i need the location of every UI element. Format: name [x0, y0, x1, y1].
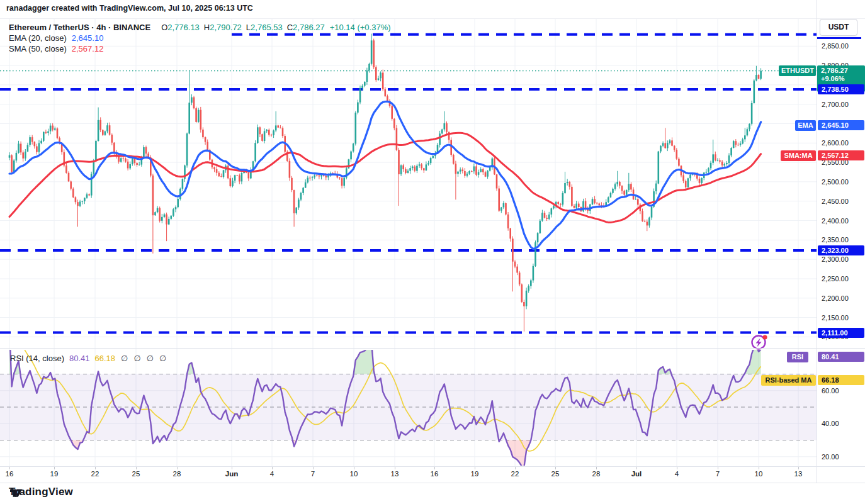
time-tick-label: 7 [716, 470, 720, 478]
symbol-title: Ethereum / TetherUS · 4h · BINANCE [9, 23, 150, 32]
watermark-attribution: ranadagger created with TradingView.com,… [6, 4, 253, 13]
time-tick-mark [759, 467, 759, 469]
ema-value-badge: 2,645.10 [818, 120, 864, 130]
high-value: 2,790.72 [210, 23, 242, 32]
price-tick-label: 2,450.00 [822, 198, 849, 205]
tradingview-logo-link[interactable]: TradingView [9, 486, 73, 498]
ema-legend-value: 2,645.10 [72, 33, 104, 43]
rsi-legend-row[interactable]: RSI (14, close)80.4166.18∅∅∅∅ [10, 354, 166, 363]
time-tick-label: 25 [132, 470, 140, 478]
ema-chip: EMA [795, 120, 816, 131]
time-tick-label: 28 [173, 470, 181, 478]
time-tick-mark [313, 467, 314, 469]
level-badge-2738: 2,738.50 [818, 84, 864, 94]
time-tick-label: Jul [631, 470, 642, 478]
footer-separator [0, 483, 865, 483]
rsi-legend-label: RSI (14, close) [10, 354, 64, 363]
time-tick-label: 16 [431, 470, 439, 478]
price-tick-label: 2,200.00 [822, 294, 849, 302]
low-label: L [246, 23, 251, 32]
price-tick-label: 2,850.00 [822, 42, 849, 50]
tradingview-chart-window: ranadagger created with TradingView.com,… [0, 0, 865, 504]
time-tick-mark [434, 467, 435, 469]
time-tick-label: 13 [391, 470, 399, 478]
time-tick-mark [354, 467, 354, 469]
header-separator [0, 18, 865, 19]
sma-legend-label: SMA (50, close) [9, 44, 67, 53]
time-tick-mark [95, 467, 96, 469]
sma-legend-value: 2,567.12 [72, 44, 104, 53]
rsi-empty-glyph: ∅ [133, 354, 140, 363]
time-tick-mark [272, 467, 273, 469]
sma-value-badge: 2,567.12 [818, 150, 864, 160]
time-tick-mark [136, 467, 137, 469]
rsi-value-badge: 80.41 [818, 352, 864, 362]
time-tick-label: Jun [225, 470, 238, 478]
time-tick-mark [395, 467, 395, 469]
time-tick-label: 7 [311, 470, 315, 478]
currency-toggle-button[interactable]: USDT [820, 19, 857, 36]
pane-separator[interactable] [0, 348, 865, 349]
price-tick-label: 2,250.00 [822, 275, 849, 283]
rsi-legend-value: 80.41 [69, 354, 90, 363]
time-tick-label: 4 [675, 470, 679, 478]
tradingview-logo-icon [9, 486, 23, 500]
rsi-ma-chip: RSI-based MA [761, 375, 816, 386]
price-tick-label: 2,500.00 [822, 178, 849, 186]
time-tick-mark [54, 467, 55, 469]
price-tick-label: 2,150.00 [822, 314, 849, 322]
symbol-legend-row[interactable]: Ethereum / TetherUS · 4h · BINANCEO2,776… [9, 23, 391, 32]
time-tick-mark [718, 467, 718, 469]
sma-legend-row[interactable]: SMA (50, close)2,567.12 [9, 44, 103, 53]
price-tick-label: 2,300.00 [822, 255, 849, 263]
rsi-empty-glyph: ∅ [159, 354, 166, 363]
sma-chip: SMA:MA [781, 150, 816, 161]
time-tick-label: 19 [471, 470, 479, 478]
level-badge-2323: 2,323.00 [818, 245, 864, 255]
rsi-ma-legend-value: 66.18 [95, 354, 116, 363]
time-tick-mark [555, 467, 556, 469]
chart-canvas[interactable] [0, 0, 865, 504]
time-tick-label: 28 [592, 470, 601, 478]
time-axis[interactable]: 1619222528Jun4710131619222528Jul471013 [0, 467, 865, 483]
time-tick-mark [596, 467, 597, 469]
price-tick-label: 2,350.00 [822, 236, 849, 244]
time-tick-label: 4 [270, 470, 274, 478]
time-tick-label: 25 [551, 470, 560, 478]
level-axis-marker [817, 37, 861, 39]
current-change-pct: +9.06% [821, 75, 865, 83]
rsi-ma-value-badge: 66.18 [818, 375, 864, 385]
rsi-tick-label: 60.00 [822, 387, 839, 395]
change-value: +10.14 (+0.37%) [330, 23, 391, 32]
high-label: H [204, 23, 210, 32]
rsi-tick-label: 40.00 [822, 420, 839, 427]
time-tick-mark [798, 467, 799, 469]
time-tick-mark [677, 467, 677, 469]
ema-legend-row[interactable]: EMA (20, close)2,645.10 [9, 33, 103, 43]
price-tick-label: 2,600.00 [822, 139, 849, 147]
rsi-empty-glyph: ∅ [147, 354, 154, 363]
ema-legend-label: EMA (20, close) [9, 33, 67, 43]
open-value: 2,776.13 [167, 23, 200, 32]
time-tick-label: 16 [6, 470, 14, 478]
rsi-chip: RSI [787, 352, 808, 362]
time-tick-mark [9, 467, 10, 469]
time-tick-label: 19 [50, 470, 59, 478]
close-value: 2,786.27 [293, 23, 325, 32]
time-tick-label: 22 [91, 470, 99, 478]
time-tick-mark [177, 467, 178, 469]
time-tick-label: 22 [511, 470, 519, 478]
price-tick-label: 2,400.00 [822, 217, 849, 225]
rsi-tick-label: 20.00 [822, 453, 839, 461]
low-value: 2,765.53 [251, 23, 283, 32]
time-tick-mark [636, 467, 637, 469]
time-tick-label: 13 [794, 470, 803, 478]
current-price: 2,786.27 [821, 67, 865, 75]
open-label: O [161, 23, 167, 32]
time-tick-mark [232, 467, 232, 469]
symbol-chip: ETHUSDT [779, 65, 816, 76]
price-tick-label: 2,700.00 [822, 101, 849, 108]
level-badge-2111: 2,111.00 [818, 328, 864, 338]
rsi-empty-glyph: ∅ [121, 354, 128, 363]
time-tick-mark [475, 467, 475, 469]
